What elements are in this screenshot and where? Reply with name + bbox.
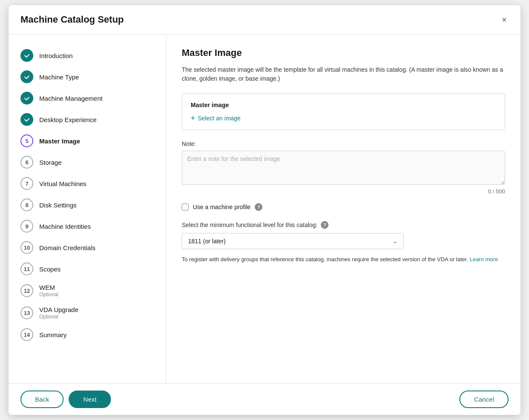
back-button[interactable]: Back: [20, 391, 64, 408]
step-circle: 11: [20, 262, 33, 275]
sidebar: IntroductionMachine TypeMachine Manageme…: [9, 35, 166, 383]
machine-profile-checkbox[interactable]: [182, 204, 189, 210]
step-label: Desktop Experience: [39, 116, 96, 123]
sidebar-step-item[interactable]: 5Master Image: [17, 130, 157, 152]
learn-more-link[interactable]: Learn more: [470, 256, 498, 262]
sidebar-step-item[interactable]: Desktop Experience: [17, 109, 157, 130]
step-text-block: Master Image: [39, 137, 80, 145]
step-label: WEM: [39, 284, 58, 291]
step-circle: 10: [20, 241, 33, 254]
step-circle: [20, 113, 33, 126]
step-label: Introduction: [39, 52, 73, 59]
functional-level-dropdown-wrapper: 1811 (or later)2003 (or later)2012 (or l…: [182, 233, 404, 249]
master-image-label: Master image: [191, 102, 496, 108]
sidebar-step-item[interactable]: 8Disk Settings: [17, 194, 157, 216]
machine-catalog-dialog: Machine Catalog Setup × IntroductionMach…: [9, 5, 520, 415]
sidebar-step-item[interactable]: 12WEMOptional: [17, 280, 157, 302]
sidebar-step-item[interactable]: 13VDA UpgradeOptional: [17, 302, 157, 324]
sidebar-step-item[interactable]: 10Domain Credentials: [17, 237, 157, 258]
step-text-block: Virtual Machines: [39, 180, 87, 187]
select-image-button[interactable]: + Select an image: [191, 114, 241, 122]
step-text-block: Machine Management: [39, 95, 102, 102]
sidebar-step-item[interactable]: 9Machine Identities: [17, 216, 157, 237]
step-circle: 9: [20, 220, 33, 233]
step-circle: 6: [20, 156, 33, 169]
step-text-block: Storage: [39, 159, 62, 166]
dialog-title: Machine Catalog Setup: [20, 14, 124, 25]
close-button[interactable]: ×: [500, 14, 509, 26]
step-label: Machine Type: [39, 73, 79, 81]
main-content: Master Image The selected master image w…: [166, 35, 520, 383]
machine-profile-label: Use a machine profile: [193, 204, 250, 210]
step-text-block: Summary: [39, 331, 67, 338]
char-count: 0 / 500: [182, 188, 505, 195]
step-sublabel: Optional: [39, 292, 58, 298]
step-circle: [20, 92, 33, 105]
step-label: VDA Upgrade: [39, 306, 78, 313]
note-section: Note: 0 / 500: [182, 140, 505, 195]
step-circle: 5: [20, 134, 33, 147]
dialog-header: Machine Catalog Setup ×: [9, 5, 520, 35]
step-label: Master Image: [39, 137, 80, 145]
step-label: Storage: [39, 159, 62, 166]
step-text-block: Machine Type: [39, 73, 79, 81]
select-image-text: Select an image: [198, 115, 241, 122]
step-label: Summary: [39, 331, 67, 338]
machine-profile-row: Use a machine profile ?: [182, 203, 505, 211]
master-image-box: Master image + Select an image: [182, 93, 505, 130]
functional-level-label: Select the minimum functional level for …: [182, 221, 505, 229]
machine-profile-help-icon[interactable]: ?: [255, 203, 262, 211]
step-label: Machine Management: [39, 95, 102, 102]
step-circle: 13: [20, 306, 33, 319]
step-circle: 12: [20, 284, 33, 297]
sidebar-step-item[interactable]: Machine Type: [17, 66, 157, 88]
step-label: Scopes: [39, 265, 61, 273]
step-text-block: WEMOptional: [39, 284, 58, 298]
cancel-button[interactable]: Cancel: [459, 391, 509, 408]
functional-level-help-icon[interactable]: ?: [321, 221, 328, 229]
step-sublabel: Optional: [39, 314, 78, 320]
step-circle: [20, 70, 33, 83]
step-label: Virtual Machines: [39, 180, 87, 187]
step-label: Domain Credentials: [39, 244, 96, 251]
step-text-block: Disk Settings: [39, 201, 77, 209]
section-description: The selected master image will be the te…: [182, 65, 505, 83]
step-circle: 8: [20, 198, 33, 211]
step-circle: 7: [20, 177, 33, 190]
step-circle: [20, 49, 33, 62]
sidebar-step-item[interactable]: 6Storage: [17, 152, 157, 173]
sidebar-step-item[interactable]: 7Virtual Machines: [17, 173, 157, 194]
note-label: Note:: [182, 140, 505, 147]
dialog-footer: Back Next Cancel: [9, 383, 520, 415]
footer-left-buttons: Back Next: [20, 391, 111, 408]
step-text-block: Introduction: [39, 52, 73, 59]
step-label: Disk Settings: [39, 201, 77, 209]
vda-note: To register with delivery groups that re…: [182, 255, 505, 264]
plus-icon: +: [191, 114, 195, 122]
step-text-block: Desktop Experience: [39, 116, 96, 123]
next-button[interactable]: Next: [69, 391, 111, 408]
step-text-block: Domain Credentials: [39, 244, 96, 251]
step-text-block: Machine Identities: [39, 223, 91, 230]
step-text-block: VDA UpgradeOptional: [39, 306, 78, 320]
step-label: Machine Identities: [39, 223, 91, 230]
sidebar-step-item[interactable]: Introduction: [17, 45, 157, 66]
note-textarea[interactable]: [182, 151, 505, 185]
step-text-block: Scopes: [39, 265, 61, 273]
functional-level-dropdown[interactable]: 1811 (or later)2003 (or later)2012 (or l…: [182, 233, 404, 249]
sidebar-step-item[interactable]: Machine Management: [17, 88, 157, 109]
step-circle: 14: [20, 328, 33, 341]
sidebar-step-item[interactable]: 14Summary: [17, 324, 157, 345]
dialog-body: IntroductionMachine TypeMachine Manageme…: [9, 35, 520, 383]
section-title: Master Image: [182, 47, 505, 58]
sidebar-step-item[interactable]: 11Scopes: [17, 258, 157, 280]
functional-level-section: Select the minimum functional level for …: [182, 221, 505, 264]
